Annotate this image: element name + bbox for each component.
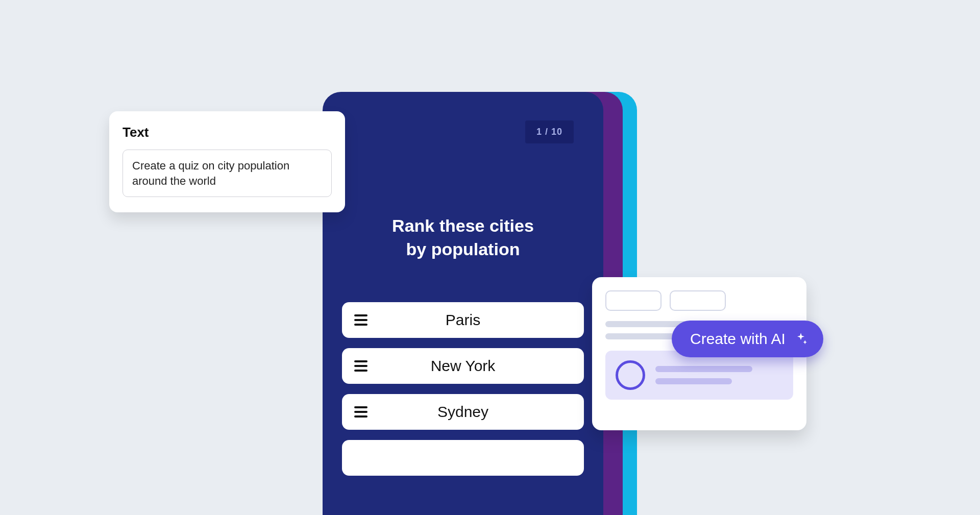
editor-tabs	[605, 290, 793, 311]
quiz-card: 1 / 10 Rank these cities by population P…	[323, 92, 603, 515]
quiz-question-line2: by population	[406, 239, 520, 259]
editor-block-lines	[655, 366, 783, 384]
editor-tab-placeholder[interactable]	[670, 290, 726, 311]
drag-handle-icon[interactable]	[354, 314, 370, 326]
quiz-question: Rank these cities by population	[342, 214, 584, 261]
drag-handle-icon[interactable]	[354, 406, 370, 418]
placeholder-line	[655, 378, 732, 384]
create-with-ai-label: Create with AI	[690, 330, 786, 348]
quiz-option[interactable]: New York	[342, 348, 584, 384]
quiz-options-list: Paris New York Sydney	[342, 302, 584, 476]
editor-highlight-block	[605, 351, 793, 400]
create-with-ai-button[interactable]: Create with AI	[672, 321, 823, 357]
quiz-option-label: Paris	[370, 311, 572, 329]
text-prompt-input[interactable]: Create a quiz on city population around …	[122, 150, 332, 197]
drag-handle-icon[interactable]	[354, 360, 370, 372]
quiz-question-line1: Rank these cities	[392, 216, 534, 235]
progress-badge: 1 / 10	[525, 120, 574, 143]
text-prompt-title: Text	[122, 125, 332, 140]
text-prompt-card: Text Create a quiz on city population ar…	[109, 111, 345, 212]
quiz-option-label: Sydney	[370, 403, 572, 421]
quiz-option-label: New York	[370, 357, 572, 375]
quiz-option[interactable]: Sydney	[342, 394, 584, 430]
editor-tab-placeholder[interactable]	[605, 290, 662, 311]
avatar-placeholder-icon	[616, 360, 645, 390]
quiz-option[interactable]: Paris	[342, 302, 584, 338]
quiz-option-empty[interactable]	[342, 440, 584, 476]
placeholder-line	[655, 366, 752, 372]
sparkle-icon	[794, 332, 808, 346]
